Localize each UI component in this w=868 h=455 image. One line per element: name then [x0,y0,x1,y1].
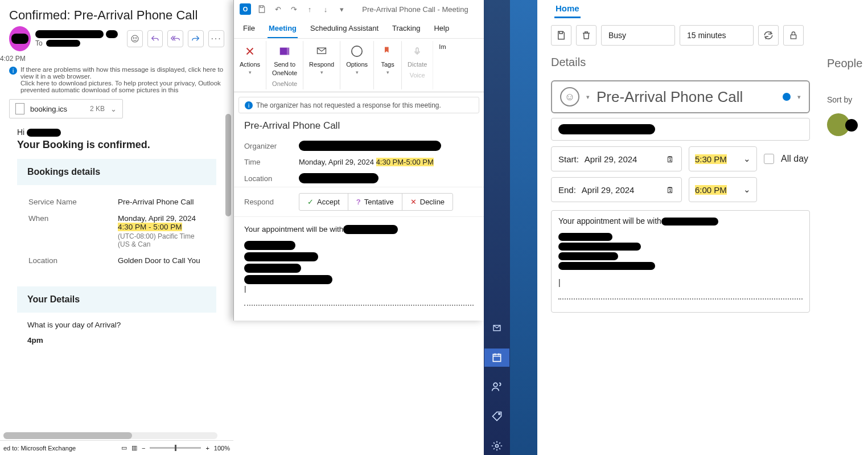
body-redact-2 [244,252,318,261]
body-separator [244,305,474,306]
redo-icon[interactable]: ↷ [289,4,299,14]
accept-button[interactable]: ✓Accept [299,194,348,210]
reply-all-button[interactable] [167,30,183,47]
sender-tail-redacted [106,30,118,38]
settings-icon[interactable] [484,437,509,455]
notes-line: Your appointment will be with [558,216,661,226]
down-arrow-icon[interactable]: ↓ [320,4,331,14]
details-heading: Details [540,52,821,77]
more-actions-button[interactable]: ··· [208,30,224,47]
ribbon-respond[interactable]: Respond▾ [303,41,340,89]
recipient-redacted [46,40,80,47]
file-icon [15,103,24,114]
notes-input[interactable]: Your appointment will be with | [551,210,810,313]
svg-point-10 [499,413,500,415]
respond-label: Respond [244,198,290,206]
private-button[interactable] [783,25,804,46]
ribbon-tags[interactable]: Tags▾ [374,41,402,89]
attachment-chip[interactable]: booking.ics 2 KB ⌄ [9,99,123,118]
ribbon-overflow[interactable]: Im [433,41,448,89]
recurrence-button[interactable] [758,25,779,46]
allday-checkbox[interactable] [764,154,774,164]
email-pane: Confirmed: Pre-Arrival Phone Call To ···… [0,0,233,455]
svg-rect-4 [287,48,290,55]
category-dot-icon[interactable] [783,93,791,101]
tag-icon[interactable] [484,407,509,425]
calendar-icon[interactable] [484,349,509,367]
tab-scheduling[interactable]: Scheduling Assistant [309,18,380,38]
svg-point-1 [133,38,134,38]
reminder-select[interactable]: 15 minutes [680,25,754,46]
react-button[interactable] [127,30,143,47]
desktop-gap [510,0,537,455]
tentative-button[interactable]: ?Tentative [348,194,402,210]
info-banner-1[interactable]: i If there are problems with how this me… [0,63,233,95]
response-banner: i The organizer has not requested a resp… [238,97,479,113]
ribbon-onenote[interactable]: Send toOneNote OneNote [266,41,303,89]
meeting-time-highlight: 4:30 PM-5:00 PM [376,158,434,166]
answer-1: 4pm [27,336,206,345]
notes-name-redacted [661,218,718,226]
when-label: When [28,211,117,252]
info-icon: i [9,67,17,75]
zoom-slider[interactable] [150,447,201,449]
svg-rect-12 [791,35,796,39]
connection-status: ed to: Microsoft Exchange [3,445,76,452]
location-redacted [299,173,379,183]
delete-button[interactable] [576,25,597,46]
reply-button[interactable] [147,30,163,47]
tab-tracking[interactable]: Tracking [391,18,421,38]
svg-rect-8 [493,354,500,362]
decline-button[interactable]: ✕Decline [402,194,452,210]
meeting-body: Your appointment will be with | [234,217,484,321]
vertical-scrollbar[interactable] [224,114,232,424]
event-title-input[interactable]: ☺ ▾ Pre-Arrival Phone Call ▾ [551,80,810,113]
start-date-value: April 29, 2024 [585,154,637,164]
chevron-down-icon: ⌄ [743,185,751,195]
service-label: Service Name [28,194,117,210]
start-date-input[interactable]: Start: April 29, 2024 🗓 [551,146,682,171]
status-bar: ed to: Microsoft Exchange ▭ ▥ − + 100% [0,440,233,455]
end-date-value: April 29, 2024 [582,185,635,195]
tab-home[interactable]: Home [554,0,581,18]
view-normal-icon[interactable]: ▭ [121,444,127,452]
emoji-picker-icon[interactable]: ☺ [560,87,579,106]
location-value-redacted [558,124,655,134]
ribbon-actions[interactable]: Actions▾ [234,41,266,89]
meeting-date: Monday, April 29, 2024 [299,158,374,166]
forward-button[interactable] [188,30,204,47]
body-name-redacted [343,225,398,234]
undo-icon[interactable]: ↶ [273,4,283,14]
svg-point-2 [135,38,136,38]
end-time-input[interactable]: 6:00 PM⌄ [689,177,757,202]
status-select[interactable]: Busy [601,25,675,46]
end-date-input[interactable]: End: April 29, 2024 🗓 [551,177,682,202]
customize-qat-icon[interactable]: ▾ [336,4,347,14]
horizontal-scrollbar[interactable] [3,432,217,439]
up-arrow-icon[interactable]: ↑ [305,4,315,14]
save-button[interactable] [551,25,571,46]
view-reading-icon[interactable]: ▥ [131,444,137,452]
organizer-redacted [299,141,441,151]
save-icon[interactable] [257,4,267,14]
your-details-head: Your Details [17,286,216,313]
tab-help[interactable]: Help [433,18,450,38]
ribbon-options[interactable]: Options▾ [340,41,374,89]
mail-icon[interactable] [484,319,509,337]
people-icon[interactable] [484,378,509,396]
calendar-icon[interactable]: 🗓 [666,185,674,195]
attendee-avatar[interactable] [827,113,850,136]
zoom-out-icon[interactable]: − [142,445,145,452]
calendar-icon[interactable]: 🗓 [666,154,674,164]
notes-redact-2 [558,243,641,251]
tab-meeting[interactable]: Meeting [268,18,298,38]
ribbon: Actions▾ Send toOneNote OneNote Respond▾… [234,39,484,92]
sender-avatar [9,26,31,51]
start-time-input[interactable]: 5:30 PM⌄ [689,146,757,171]
chevron-down-icon[interactable]: ⌄ [110,105,117,113]
zoom-in-icon[interactable]: + [205,445,209,452]
sort-by-label[interactable]: Sort by [827,95,868,104]
svg-rect-3 [280,48,287,55]
location-input[interactable] [551,118,810,141]
tab-file[interactable]: File [242,18,256,38]
